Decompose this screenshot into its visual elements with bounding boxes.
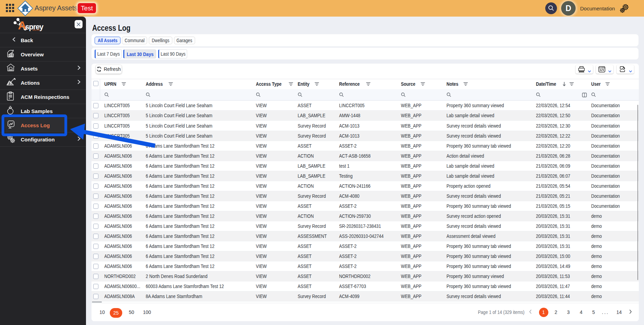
svg-text:SOLUTIONS: SOLUTIONS — [32, 29, 40, 31]
